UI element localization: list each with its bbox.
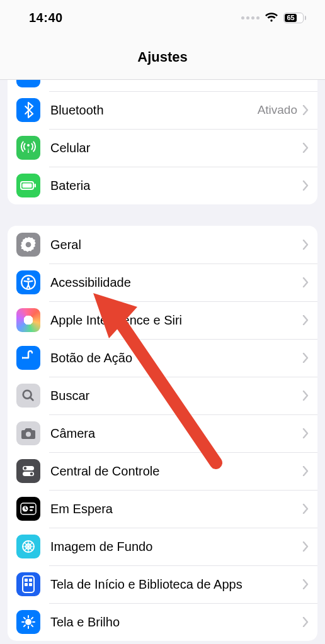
svg-rect-20 bbox=[25, 583, 28, 586]
settings-row-cellular[interactable]: Celular bbox=[8, 129, 317, 167]
home-screen-icon bbox=[16, 572, 40, 596]
chevron-right-icon bbox=[302, 105, 309, 115]
settings-group-general: Geral Acessibilidade Apple Intelligence … bbox=[8, 226, 317, 641]
chevron-right-icon bbox=[302, 143, 309, 153]
settings-row-label: Celular bbox=[50, 141, 302, 155]
action-button-icon bbox=[16, 346, 40, 370]
standby-icon bbox=[16, 497, 40, 521]
settings-row-label: Bluetooth bbox=[50, 103, 258, 118]
settings-group-connectivity: Bluetooth Ativado Celular Bateria bbox=[8, 80, 317, 204]
battery-icon bbox=[16, 174, 40, 197]
chevron-right-icon bbox=[302, 579, 309, 589]
camera-icon bbox=[16, 421, 40, 445]
settings-row-label: Tela e Brilho bbox=[50, 615, 302, 630]
statusbar-time: 14:40 bbox=[29, 11, 63, 25]
settings-row-camera[interactable]: Câmera bbox=[8, 414, 317, 452]
settings-row-wallpaper[interactable]: Imagem de Fundo bbox=[8, 528, 317, 565]
settings-row-label: Geral bbox=[50, 238, 302, 252]
settings-row-control-center[interactable]: Central de Controle bbox=[8, 452, 317, 490]
settings-row-display-brightness[interactable]: Tela e Brilho bbox=[8, 603, 317, 641]
chevron-right-icon bbox=[302, 617, 309, 627]
chevron-right-icon bbox=[302, 428, 309, 438]
svg-rect-21 bbox=[29, 583, 32, 586]
chevron-right-icon bbox=[302, 391, 309, 401]
settings-row-label: Bateria bbox=[50, 179, 302, 193]
wallpaper-icon bbox=[16, 535, 40, 558]
gear-icon bbox=[16, 233, 40, 257]
settings-row-search[interactable]: Buscar bbox=[8, 377, 317, 414]
settings-row-label: Acessibilidade bbox=[50, 275, 302, 290]
accessibility-icon bbox=[16, 270, 40, 294]
svg-point-10 bbox=[30, 472, 33, 475]
settings-row-battery[interactable]: Bateria bbox=[8, 167, 317, 204]
chevron-right-icon bbox=[302, 315, 309, 325]
search-icon bbox=[16, 384, 40, 408]
settings-row-label: Em Espera bbox=[50, 502, 302, 516]
chevron-right-icon bbox=[302, 277, 309, 287]
svg-rect-14 bbox=[30, 509, 33, 511]
svg-point-8 bbox=[24, 467, 26, 469]
settings-row-bluetooth[interactable]: Bluetooth Ativado bbox=[8, 91, 317, 129]
settings-row-home-screen[interactable]: Tela de Início e Biblioteca de Apps bbox=[8, 565, 317, 603]
settings-row-label: Central de Controle bbox=[50, 464, 302, 479]
bluetooth-icon bbox=[16, 98, 40, 122]
chevron-right-icon bbox=[302, 80, 309, 86]
content-scroll[interactable]: Bluetooth Ativado Celular Bateria Geral bbox=[0, 80, 325, 644]
svg-point-22 bbox=[25, 619, 31, 625]
cellular-dots-icon bbox=[241, 16, 259, 19]
chevron-right-icon bbox=[302, 466, 309, 476]
brightness-icon bbox=[16, 610, 40, 634]
chevron-right-icon bbox=[302, 240, 309, 250]
statusbar-indicators: 65 bbox=[241, 13, 306, 23]
settings-row-label: Tela de Início e Biblioteca de Apps bbox=[50, 577, 302, 592]
svg-rect-13 bbox=[30, 506, 34, 508]
page-title: Ajustes bbox=[137, 49, 187, 65]
settings-row-apple-intelligence-siri[interactable]: Apple Intelligence e Siri bbox=[8, 301, 317, 339]
wifi-icon bbox=[16, 80, 40, 87]
settings-row-label: Câmera bbox=[50, 426, 302, 441]
settings-row-label: Botão de Ação bbox=[50, 351, 302, 365]
svg-point-6 bbox=[26, 432, 31, 437]
settings-row-label: Apple Intelligence e Siri bbox=[50, 313, 302, 328]
settings-row-action-button[interactable]: Botão de Ação bbox=[8, 339, 317, 377]
wifi-icon bbox=[265, 13, 278, 23]
svg-point-4 bbox=[27, 277, 30, 280]
nav-header: Ajustes bbox=[0, 35, 325, 80]
svg-rect-2 bbox=[35, 184, 37, 187]
settings-row-standby[interactable]: Em Espera bbox=[8, 490, 317, 528]
settings-row-label: Buscar bbox=[50, 389, 302, 403]
chevron-right-icon bbox=[302, 541, 309, 552]
svg-rect-1 bbox=[23, 184, 32, 188]
status-bar: 14:40 65 bbox=[0, 0, 325, 35]
svg-rect-19 bbox=[29, 579, 32, 582]
settings-row-wifi[interactable] bbox=[8, 80, 317, 91]
chevron-right-icon bbox=[302, 180, 309, 191]
settings-row-general[interactable]: Geral bbox=[8, 226, 317, 264]
chevron-right-icon bbox=[302, 353, 309, 363]
settings-row-label: Imagem de Fundo bbox=[50, 540, 302, 554]
control-center-icon bbox=[16, 459, 40, 483]
antenna-icon bbox=[16, 136, 40, 160]
chevron-right-icon bbox=[302, 504, 309, 514]
battery-pct: 65 bbox=[285, 14, 297, 22]
svg-rect-17 bbox=[23, 576, 34, 592]
settings-row-value: Ativado bbox=[258, 103, 297, 117]
svg-rect-18 bbox=[25, 579, 28, 582]
settings-row-accessibility[interactable]: Acessibilidade bbox=[8, 264, 317, 301]
apple-intelligence-icon bbox=[16, 308, 40, 332]
battery-icon: 65 bbox=[283, 13, 306, 23]
